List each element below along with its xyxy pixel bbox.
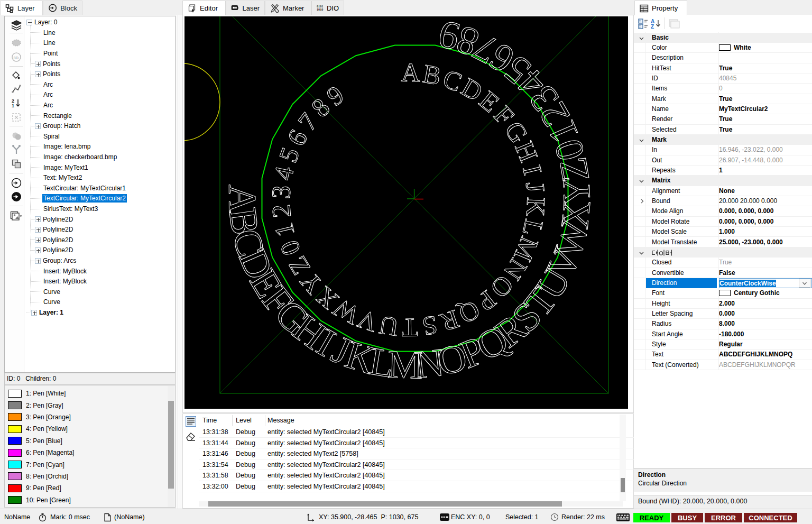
svg-text:3: 3 (266, 185, 296, 199)
svg-text:J: J (520, 180, 551, 194)
svg-text:4: 4 (268, 163, 300, 182)
svg-text:1010: 1010 (317, 8, 323, 12)
svg-text:3D: 3D (14, 56, 19, 60)
svg-text:T: T (402, 313, 418, 343)
svg-text:S: S (420, 310, 440, 342)
svg-text:Z: Z (651, 24, 654, 29)
svg-text:K: K (521, 197, 551, 217)
svg-text:2: 2 (266, 203, 297, 219)
svg-text:1: 1 (12, 103, 14, 108)
svg-text:1: 1 (269, 220, 300, 240)
svg-text:U: U (377, 310, 400, 343)
svg-text:B: B (421, 58, 444, 90)
svg-text:A: A (401, 58, 420, 88)
svg-text:I: I (517, 162, 548, 178)
